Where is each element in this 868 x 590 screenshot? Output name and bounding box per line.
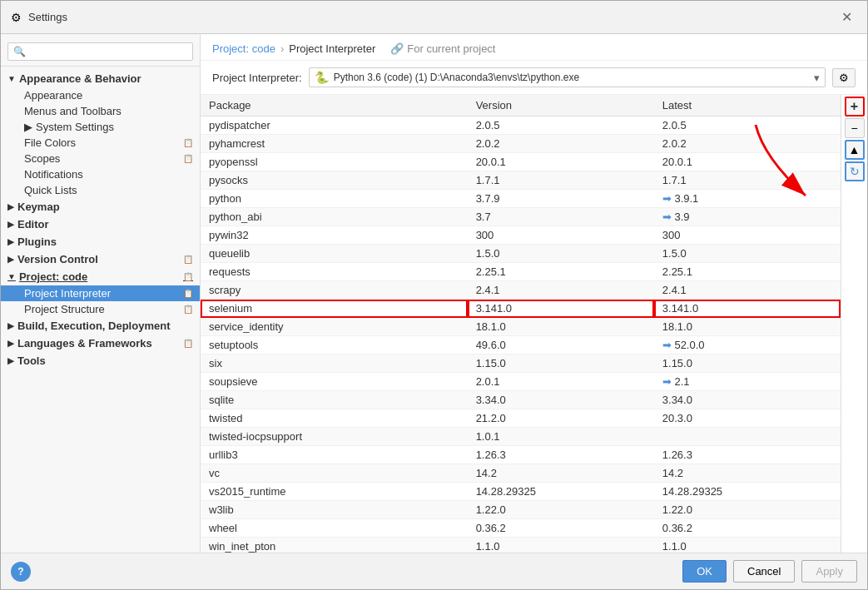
package-latest: 2.0.5 (654, 117, 841, 135)
table-row[interactable]: pyhamcrest2.0.22.0.2 (201, 135, 841, 153)
table-row[interactable]: python_abi3.7➡ 3.9 (201, 208, 841, 226)
close-button[interactable]: ✕ (836, 7, 857, 27)
package-version: 2.0.5 (468, 117, 654, 135)
upgrade-arrow-icon: ➡ (662, 211, 672, 223)
sidebar-item-keymap[interactable]: ▶ Keymap (1, 198, 200, 216)
table-row[interactable]: wheel0.36.20.36.2 (201, 519, 841, 538)
table-row[interactable]: setuptools49.6.0➡ 52.0.0 (201, 336, 841, 354)
search-input[interactable] (7, 42, 193, 61)
sidebar-item-system-settings[interactable]: ▶ System Settings (1, 119, 200, 135)
upgrade-package-button[interactable]: ▲ (845, 140, 865, 160)
sidebar-item-version-control[interactable]: ▶ Version Control 📋 (1, 250, 200, 268)
package-name: six (201, 354, 468, 373)
interpreter-label: Project Interpreter: (212, 72, 302, 84)
table-row[interactable]: selenium3.141.03.141.0 (201, 300, 841, 318)
sidebar-item-project-interpreter[interactable]: Project Interpreter 📋 (1, 285, 200, 301)
package-version: 1.26.3 (468, 446, 654, 464)
table-row[interactable]: soupsieve2.0.1➡ 2.1 (201, 373, 841, 391)
packages-table: Package Version Latest pydispatcher2.0.5… (201, 95, 841, 553)
sidebar-item-editor[interactable]: ▶ Editor (1, 216, 200, 233)
table-row[interactable]: pysocks1.7.11.7.1 (201, 171, 841, 190)
search-box (1, 37, 200, 67)
gear-button[interactable]: ⚙ (832, 68, 856, 87)
package-latest: 1.22.0 (654, 501, 841, 519)
package-name: sqlite (201, 391, 468, 409)
package-version: 2.0.2 (468, 135, 654, 153)
cancel-button[interactable]: Cancel (733, 560, 795, 583)
chevron-right-icon: ▶ (7, 321, 14, 330)
refresh-packages-button[interactable]: ↻ (845, 161, 865, 181)
table-row[interactable]: service_identity18.1.018.1.0 (201, 318, 841, 336)
add-package-button[interactable]: + (845, 97, 865, 117)
chevron-right-icon: ▶ (24, 121, 32, 133)
help-button[interactable]: ? (11, 562, 31, 582)
package-version: 1.22.0 (468, 501, 654, 519)
table-row[interactable]: requests2.25.12.25.1 (201, 263, 841, 281)
package-name: wheel (201, 519, 468, 538)
package-latest: 1.5.0 (654, 245, 841, 263)
table-row[interactable]: six1.15.01.15.0 (201, 354, 841, 373)
sidebar-item-appearance[interactable]: Appearance (1, 87, 200, 103)
sidebar-group-system-settings: ▶ System Settings (1, 119, 200, 135)
col-latest: Latest (654, 95, 841, 117)
table-row[interactable]: pywin32300300 (201, 226, 841, 245)
table-row[interactable]: vc14.214.2 (201, 464, 841, 483)
bottom-bar: ? OK Cancel Apply (1, 553, 867, 589)
table-row[interactable]: twisted21.2.020.3.0 (201, 409, 841, 428)
breadcrumb-current: Project Interpreter (289, 42, 375, 55)
table-row[interactable]: scrapy2.4.12.4.1 (201, 281, 841, 300)
table-row[interactable]: pyopenssl20.0.120.0.1 (201, 153, 841, 171)
sidebar-item-menus-toolbars[interactable]: Menus and Toolbars (1, 103, 200, 119)
apply-button[interactable]: Apply (801, 560, 857, 583)
package-name: service_identity (201, 318, 468, 336)
package-version: 2.4.1 (468, 281, 654, 300)
sidebar-item-project-code[interactable]: ▼ Project: code 📋 (1, 268, 200, 285)
package-latest: 2.0.2 (654, 135, 841, 153)
sidebar-item-label: System Settings (36, 121, 114, 133)
title-bar-left: ⚙ Settings (11, 11, 67, 24)
table-row[interactable]: win_inet_pton1.1.01.1.0 (201, 538, 841, 553)
copy-icon: 📋 (183, 255, 193, 264)
package-version: 1.0.1 (468, 428, 654, 446)
package-latest: 0.36.2 (654, 519, 841, 538)
sidebar-item-languages-frameworks[interactable]: ▶ Languages & Frameworks 📋 (1, 335, 200, 352)
package-latest: ➡ 52.0.0 (654, 336, 841, 354)
sidebar-item-project-structure[interactable]: Project Structure 📋 (1, 301, 200, 317)
package-name: python_abi (201, 208, 468, 226)
table-row[interactable]: twisted-iocpsupport1.0.1 (201, 428, 841, 446)
sidebar-item-notifications[interactable]: Notifications (1, 166, 200, 182)
package-version: 1.1.0 (468, 538, 654, 553)
table-row[interactable]: python3.7.9➡ 3.9.1 (201, 190, 841, 208)
sidebar-item-label: Languages & Frameworks (17, 337, 152, 350)
table-section: Package Version Latest pydispatcher2.0.5… (201, 95, 867, 553)
table-row[interactable]: pydispatcher2.0.52.0.5 (201, 117, 841, 135)
sidebar-item-plugins[interactable]: ▶ Plugins (1, 233, 200, 250)
package-latest: 20.3.0 (654, 409, 841, 428)
breadcrumb-project[interactable]: Project: code (212, 42, 275, 55)
package-name: win_inet_pton (201, 538, 468, 553)
interpreter-select[interactable]: 🐍 Python 3.6 (code) (1) D:\Anaconda3\env… (309, 67, 826, 87)
table-row[interactable]: vs2015_runtime14.28.2932514.28.29325 (201, 483, 841, 501)
table-row[interactable]: w3lib1.22.01.22.0 (201, 501, 841, 519)
remove-package-button[interactable]: − (845, 118, 865, 138)
package-version: 1.5.0 (468, 245, 654, 263)
sidebar-item-tools[interactable]: ▶ Tools (1, 352, 200, 369)
package-latest: 300 (654, 226, 841, 245)
link-icon: 🔗 (390, 42, 404, 55)
package-version: 1.7.1 (468, 171, 654, 190)
package-latest: ➡ 3.9 (654, 208, 841, 226)
sidebar-item-scopes[interactable]: Scopes 📋 (1, 151, 200, 166)
sidebar-item-label: Project Interpreter (24, 287, 111, 300)
sidebar-item-file-colors[interactable]: File Colors 📋 (1, 135, 200, 151)
package-name: vc (201, 464, 468, 483)
table-row[interactable]: queuelib1.5.01.5.0 (201, 245, 841, 263)
table-row[interactable]: urllib31.26.31.26.3 (201, 446, 841, 464)
sidebar-item-appearance-behavior[interactable]: ▼ Appearance & Behavior (1, 70, 200, 87)
table-row[interactable]: sqlite3.34.03.34.0 (201, 391, 841, 409)
chevron-right-icon: ▶ (7, 237, 14, 246)
package-name: urllib3 (201, 446, 468, 464)
sidebar-item-quick-lists[interactable]: Quick Lists (1, 182, 200, 198)
sidebar-item-build-execution[interactable]: ▶ Build, Execution, Deployment (1, 317, 200, 335)
sidebar-item-label: Notifications (24, 168, 83, 181)
ok-button[interactable]: OK (682, 560, 727, 583)
